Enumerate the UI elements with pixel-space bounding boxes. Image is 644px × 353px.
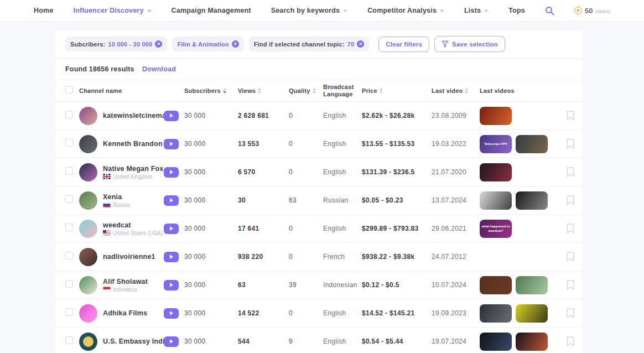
remove-filter-icon[interactable]: ✕	[155, 40, 162, 48]
row-checkbox[interactable]	[65, 252, 73, 259]
save-selection-button[interactable]: Save selection	[434, 36, 505, 52]
tokens-balance[interactable]: 50 tokens	[574, 7, 610, 15]
select-all-checkbox[interactable]	[65, 86, 73, 94]
youtube-channel-link[interactable]	[164, 280, 179, 290]
row-checkbox[interactable]	[65, 167, 73, 175]
video-thumbnail[interactable]	[480, 276, 512, 294]
video-thumbnail[interactable]	[516, 276, 548, 294]
bookmark-icon[interactable]	[567, 167, 574, 177]
header-views[interactable]: Views	[238, 87, 289, 95]
channel-name[interactable]: Alif Sholawat	[103, 278, 148, 285]
remove-filter-icon[interactable]: ✕	[232, 40, 239, 48]
top-nav: HomeInfluencer DiscoveryCampaign Managem…	[0, 0, 644, 22]
row-checkbox[interactable]	[65, 308, 73, 316]
header-price[interactable]: Price	[362, 87, 432, 95]
nav-item-label: Tops	[508, 7, 525, 14]
nav-item-lists[interactable]: Lists	[464, 7, 489, 14]
nav-item-label: Influencer Discovery	[74, 7, 144, 14]
cell-views: 13 553	[238, 140, 289, 148]
bookmark-icon[interactable]	[567, 111, 574, 121]
token-play-icon	[574, 7, 582, 14]
nav-item-tops[interactable]: Tops	[508, 7, 525, 14]
header-last-video[interactable]: Last video	[432, 87, 480, 95]
youtube-channel-link[interactable]	[164, 308, 179, 319]
youtube-channel-link[interactable]	[164, 252, 179, 262]
youtube-channel-link[interactable]	[164, 195, 179, 206]
video-thumbnail[interactable]	[516, 135, 548, 153]
sort-icon[interactable]	[465, 88, 468, 94]
video-thumbnail[interactable]	[480, 107, 512, 125]
youtube-channel-link[interactable]	[164, 111, 179, 121]
bookmark-icon[interactable]	[567, 308, 574, 318]
cell-language: English	[323, 112, 362, 120]
row-checkbox[interactable]	[65, 224, 73, 231]
country-flag-icon	[103, 287, 111, 292]
nav-item-home[interactable]: Home	[34, 7, 54, 14]
chevron-down-icon	[440, 10, 444, 12]
nav-item-competitor-analysis[interactable]: Competitor Analysis	[367, 7, 444, 14]
cell-quality: 9	[289, 338, 323, 345]
bookmark-icon[interactable]	[567, 139, 574, 149]
remove-filter-icon[interactable]: ✕	[357, 40, 364, 48]
bookmark-icon[interactable]	[567, 224, 574, 233]
channel-name[interactable]: Kenneth Brandon -..	[103, 140, 164, 148]
video-thumbnail[interactable]	[516, 304, 548, 323]
chip-label: Find if selected channel topic:	[254, 41, 345, 48]
channel-name[interactable]: Adhika Films	[103, 309, 147, 317]
video-thumbnail[interactable]	[480, 333, 512, 351]
table-row: katewinsletcinema 30 0002 628 6810Englis…	[55, 102, 582, 130]
video-thumbnail[interactable]	[516, 191, 548, 210]
video-thumbnail[interactable]	[480, 304, 512, 323]
youtube-channel-link[interactable]	[164, 336, 179, 347]
sort-icon[interactable]	[313, 88, 316, 94]
nav-item-label: Lists	[464, 7, 481, 14]
channel-country: United Kingdom	[103, 174, 163, 180]
youtube-channel-link[interactable]	[164, 167, 179, 178]
video-thumbnail[interactable]: what happened to weedcat?	[480, 220, 512, 238]
header-quality[interactable]: Quality	[289, 87, 323, 95]
nav-item-campaign-management[interactable]: Campaign Management	[172, 7, 251, 14]
search-button[interactable]	[545, 6, 554, 15]
sort-icon[interactable]	[223, 88, 226, 94]
cell-last-video-date: 21.07.2020	[432, 168, 480, 176]
cell-quality: 63	[289, 196, 323, 204]
channel-name[interactable]: Native Megan Fox	[103, 165, 163, 173]
cell-price: $131.39 - $236.5	[362, 168, 432, 176]
nav-item-influencer-discovery[interactable]: Influencer Discovery	[74, 7, 152, 14]
sort-icon[interactable]	[258, 88, 261, 94]
channel-name[interactable]: nadlivoirienne1	[103, 253, 155, 261]
bookmark-icon[interactable]	[567, 280, 574, 290]
video-thumbnail[interactable]	[480, 163, 512, 181]
nav-item-label: Home	[34, 7, 54, 14]
last-videos-thumbnails	[480, 304, 567, 323]
bookmark-icon[interactable]	[567, 336, 574, 346]
play-icon	[170, 255, 173, 259]
bookmark-icon[interactable]	[567, 252, 574, 262]
thumbnail-text: Telescope FPV	[482, 142, 509, 146]
download-link[interactable]: Download	[142, 65, 176, 73]
row-checkbox[interactable]	[65, 336, 73, 344]
youtube-channel-link[interactable]	[164, 139, 179, 149]
youtube-channel-link[interactable]	[164, 224, 179, 234]
channel-name[interactable]: weedcat	[103, 221, 163, 229]
channel-name[interactable]: katewinsletcinema	[103, 112, 164, 120]
sort-icon[interactable]	[380, 88, 383, 94]
row-checkbox[interactable]	[65, 139, 73, 147]
video-thumbnail[interactable]	[516, 333, 548, 351]
clear-filters-button[interactable]: Clear filters	[378, 37, 429, 52]
channel-name[interactable]: U.S. Embassy India	[103, 338, 164, 345]
cell-language: Indonesian	[323, 281, 362, 289]
row-checkbox[interactable]	[65, 111, 73, 118]
video-thumbnail[interactable]	[480, 191, 512, 210]
bookmark-icon[interactable]	[567, 195, 574, 205]
video-thumbnail[interactable]: Telescope FPV	[480, 135, 512, 153]
nav-item-search-by-keywords[interactable]: Search by keywords	[271, 7, 348, 14]
cell-last-video-date: 13.07.2024	[432, 196, 480, 204]
cell-subscribers: 30 000	[184, 281, 238, 289]
row-checkbox[interactable]	[65, 280, 73, 288]
header-subscribers[interactable]: Subscribers	[184, 87, 238, 95]
channel-name[interactable]: Xenia	[103, 193, 130, 201]
table-row: nadlivoirienne1 30 000938 2200French$938…	[55, 243, 582, 271]
row-checkbox[interactable]	[65, 195, 73, 203]
cell-subscribers: 30 000	[184, 196, 238, 204]
